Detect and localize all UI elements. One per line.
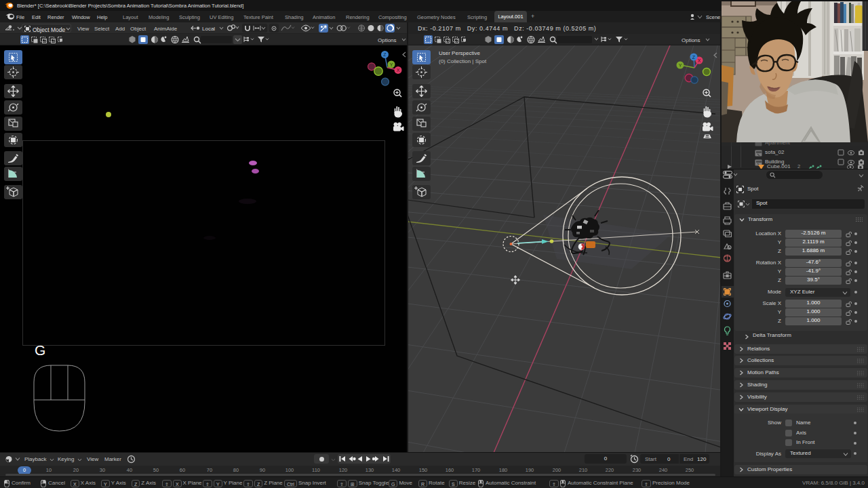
svg-text:Z: Z — [692, 55, 696, 60]
svg-text:Y: Y — [679, 63, 682, 68]
svg-text:Y: Y — [390, 62, 393, 67]
svg-text:Z: Z — [383, 52, 387, 57]
svg-text:X: X — [698, 58, 701, 63]
svg-text:X: X — [397, 68, 400, 73]
